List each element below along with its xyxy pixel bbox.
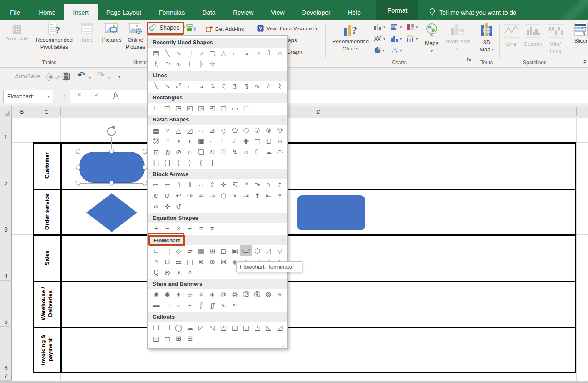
- shape-icon[interactable]: ⊗: [195, 256, 207, 267]
- shape-icon[interactable]: ❂: [263, 289, 274, 300]
- shape-icon[interactable]: ⇔: [195, 179, 207, 190]
- shape-icon[interactable]: { }: [162, 157, 173, 168]
- shape-icon[interactable]: ▬: [150, 300, 162, 311]
- shape-icon[interactable]: ◿: [184, 125, 195, 136]
- shape-icon[interactable]: ∿: [252, 81, 263, 91]
- row-header-4[interactable]: 4: [0, 234, 12, 281]
- shape-icon[interactable]: ⌣: [173, 300, 184, 311]
- tab-help[interactable]: Help: [339, 4, 370, 20]
- shape-icon[interactable]: ☁: [184, 322, 195, 333]
- shape-icon[interactable]: ○: [184, 267, 195, 278]
- tab-format-contextual[interactable]: Format: [376, 0, 419, 20]
- shape-icon[interactable]: ↶: [173, 190, 184, 201]
- shape-icon[interactable]: ⊘: [173, 146, 184, 157]
- namebox-divider-dots-icon[interactable]: ⋮: [61, 91, 67, 99]
- shape-icon[interactable]: ☁: [263, 146, 274, 157]
- shape-icon[interactable]: ◳: [252, 322, 263, 333]
- resize-handle-e[interactable]: [143, 165, 147, 169]
- shape-icon[interactable]: ⋈: [218, 256, 229, 267]
- shape-icon[interactable]: ⬠: [229, 125, 240, 136]
- pictures-button[interactable]: Pictures: [101, 23, 123, 43]
- rotate-handle-icon[interactable]: [106, 126, 118, 137]
- row-header-1[interactable]: 1: [0, 118, 12, 142]
- shape-icon[interactable]: ◠: [162, 58, 173, 69]
- resize-handle-s[interactable]: [109, 181, 114, 185]
- shape-icon[interactable]: }: [195, 58, 207, 69]
- lane-label-sales[interactable]: Sales: [34, 236, 60, 280]
- row-header-2[interactable]: 2: [0, 142, 12, 189]
- tab-file[interactable]: File: [0, 4, 30, 20]
- shape-icon[interactable]: ⊞: [173, 333, 184, 344]
- three-d-map-button[interactable]: 3D Map ▾: [476, 23, 498, 54]
- shape-icon[interactable]: ♡: [218, 146, 229, 157]
- recommended-charts-button[interactable]: ? Recommended Charts: [329, 23, 372, 52]
- shape-icon[interactable]: ↷: [184, 190, 195, 201]
- shape-icon[interactable]: ⤢: [173, 81, 184, 91]
- shape-icon[interactable]: ✜: [162, 201, 173, 212]
- shape-icon[interactable]: ↷: [252, 179, 263, 190]
- shape-icon[interactable]: ◔: [162, 136, 173, 146]
- shape-icon[interactable]: ⊕: [207, 256, 218, 267]
- shape-icon[interactable]: ◿: [263, 245, 274, 256]
- shape-icon[interactable]: ∕: [229, 136, 240, 146]
- shape-icon[interactable]: ⑧: [263, 125, 274, 136]
- line-sparkline-button[interactable]: Line: [502, 23, 521, 48]
- resize-handle-ne[interactable]: [143, 149, 147, 154]
- shape-icon[interactable]: ʒ: [229, 81, 240, 91]
- shape-icon[interactable]: ↯: [229, 146, 240, 157]
- insert-bubble-chart-button[interactable]: ▾: [390, 47, 402, 54]
- shape-icon[interactable]: ∿: [218, 300, 229, 311]
- shape-icon[interactable]: ◇: [218, 125, 229, 136]
- shape-icon[interactable]: Q: [150, 267, 162, 278]
- shape-icon[interactable]: ☺: [207, 146, 218, 157]
- shape-icon[interactable]: }: [207, 157, 218, 168]
- shape-icon[interactable]: ╲: [162, 48, 173, 58]
- shape-icon[interactable]: ⊟: [184, 333, 195, 344]
- shape-icon[interactable]: ⇤: [263, 190, 274, 201]
- shape-icon[interactable]: △: [218, 48, 229, 58]
- shape-icon[interactable]: ◸: [195, 322, 207, 333]
- row-header-3[interactable]: 3: [0, 189, 12, 234]
- shape-icon[interactable]: ⬡: [252, 245, 263, 256]
- shape-icon[interactable]: ○: [150, 256, 162, 267]
- shape-icon[interactable]: ✶: [207, 289, 218, 300]
- shape-icon[interactable]: ✺: [150, 289, 162, 300]
- shape-icon[interactable]: ◱: [229, 322, 240, 333]
- shape-icon[interactable]: ↻: [150, 190, 162, 201]
- shape-icon[interactable]: +: [150, 223, 162, 234]
- shape-icon[interactable]: ▤: [150, 48, 162, 58]
- shape-icon[interactable]: ⊔: [263, 136, 274, 146]
- tab-insert[interactable]: Insert: [64, 4, 98, 20]
- shape-icon[interactable]: ▭: [173, 256, 184, 267]
- redo-dropdown-caret-icon[interactable]: ▾: [108, 74, 111, 81]
- shape-icon[interactable]: ⑧: [218, 289, 229, 300]
- column-header-c[interactable]: C: [33, 106, 60, 118]
- shape-icon[interactable]: ⑫: [150, 136, 162, 146]
- shape-icon[interactable]: ↱: [240, 179, 252, 190]
- shape-icon[interactable]: ⌐: [184, 81, 195, 91]
- shape-icon[interactable]: ▽: [274, 245, 285, 256]
- shape-icon[interactable]: ξ: [274, 81, 285, 91]
- shape-icon[interactable]: ∫: [195, 300, 207, 311]
- shape-icon[interactable]: ◿: [274, 322, 285, 333]
- shape-icon[interactable]: ▤: [150, 125, 162, 136]
- shape-icon[interactable]: ✳: [274, 289, 285, 300]
- tab-page-layout[interactable]: Page Layout: [98, 4, 150, 20]
- shape-icon[interactable]: ↳: [240, 48, 252, 58]
- table-button[interactable]: Table: [78, 23, 97, 43]
- shape-icon[interactable]: ⬡: [240, 125, 252, 136]
- shape-icon[interactable]: ⇨: [150, 179, 162, 190]
- shape-icon[interactable]: ⊞: [207, 245, 218, 256]
- pivottable-button[interactable]: ▦ PivotTable: [3, 23, 30, 42]
- shape-icon[interactable]: ⑦: [252, 125, 263, 136]
- tab-view[interactable]: View: [262, 4, 293, 20]
- maps-button[interactable]: Maps▾: [423, 23, 441, 55]
- shape-icon[interactable]: ⇻: [195, 190, 207, 201]
- row-header-6[interactable]: 6: [0, 327, 12, 373]
- shape-icon[interactable]: ∬: [207, 300, 218, 311]
- shape-icon[interactable]: ⊔: [162, 256, 173, 267]
- shape-icon[interactable]: ☾: [252, 146, 263, 157]
- shape-icon[interactable]: ⇩: [263, 48, 274, 58]
- insert-pie-chart-button[interactable]: ▾: [374, 47, 385, 54]
- resize-handle-n[interactable]: [109, 149, 114, 154]
